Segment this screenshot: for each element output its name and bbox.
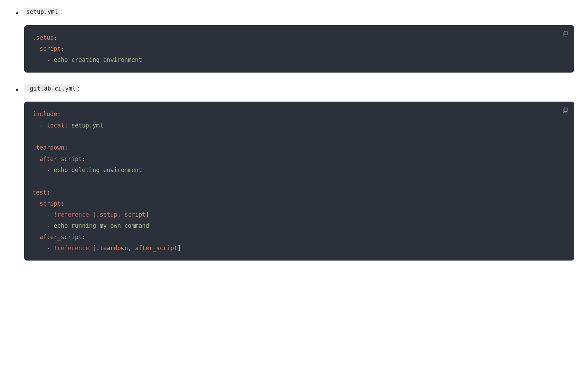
code-token: , [117,211,124,218]
code-token: local: [47,122,72,129]
code-token: !reference [54,245,93,252]
code-token: .teardown [32,144,64,151]
code-token: : [64,144,68,151]
code-content: .setup: script: - echo creating environm… [32,32,566,66]
code-token: : [61,200,64,207]
code-token: : [57,111,61,117]
code-block: include: - local: setup.yml .teardown: a… [24,102,574,261]
code-token: - [32,211,54,218]
code-token: : [82,234,85,240]
code-token: test [32,189,47,196]
code-token: - [32,167,54,173]
code-token: - [32,222,54,229]
code-token: include [32,111,57,117]
code-token: setup.yml [72,122,103,129]
code-token: script [32,200,61,207]
code-token: echo running my own command [54,222,149,229]
copy-button[interactable] [561,106,569,115]
clipboard-icon [562,30,569,38]
code-token: after_script [135,245,178,252]
code-token: !reference [54,211,93,218]
clipboard-icon [562,107,569,115]
code-token: .setup [32,34,54,41]
code-example-list: setup.yml: .setup: script: - echo creati… [14,7,574,261]
copy-button[interactable] [561,30,569,38]
code-token: : [47,189,50,196]
code-token: [ [93,211,96,218]
code-token: .setup [96,211,117,218]
code-token: ] [146,211,149,218]
code-token: : [61,45,64,52]
code-token: after_script [32,155,82,162]
code-token: .teardown [96,245,128,252]
code-token: - [32,245,54,252]
filename: .gitlab-ci.yml [24,84,78,93]
code-block: .setup: script: - echo creating environm… [24,25,574,73]
code-content: include: - local: setup.yml .teardown: a… [32,108,566,254]
code-token: script [124,211,145,218]
code-token: , [128,245,135,252]
code-token: after_script [32,234,82,240]
code-token: - [32,56,54,63]
svg-rect-1 [564,108,567,112]
svg-rect-0 [564,31,567,35]
code-token: : [54,34,57,41]
code-token: : [82,155,85,162]
filename-suffix: : [60,8,62,15]
code-token: ] [178,245,181,252]
code-token: - [32,122,47,129]
code-token: echo creating environment [54,56,142,63]
list-item: .gitlab-ci.yml: include: - local: setup.… [24,84,574,261]
code-token: script [32,45,61,52]
code-token: echo deleting environment [54,167,142,173]
code-token: [ [93,245,96,252]
list-item: setup.yml: .setup: script: - echo creati… [24,7,574,73]
filename: setup.yml [24,8,60,16]
filename-suffix: : [78,85,79,92]
